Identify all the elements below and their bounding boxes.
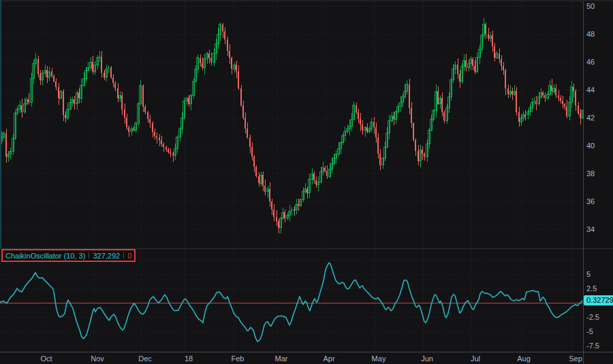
indicator-value-zero: 0 bbox=[127, 252, 131, 260]
time-axis-label: Mar bbox=[272, 354, 290, 363]
price-tick-label: 50 bbox=[586, 2, 595, 10]
oscillator-tick-label: 2.5 bbox=[586, 284, 597, 293]
time-axis-label: Oct bbox=[37, 354, 55, 363]
indicator-label-divider bbox=[123, 252, 124, 259]
price-tick-label: 46 bbox=[586, 58, 595, 66]
oscillator-tick-label: -7.5 bbox=[586, 342, 599, 350]
time-axis-label: Aug bbox=[515, 354, 533, 363]
panel-frame bbox=[0, 0, 613, 364]
panel-top-border bbox=[0, 0, 613, 1]
indicator-label[interactable]: ChaikinOscillator (10, 3) 327,292 0 bbox=[1, 249, 136, 262]
price-tick-label: 48 bbox=[586, 30, 595, 38]
time-axis-label: Feb bbox=[229, 354, 247, 363]
time-axis-label: Jun bbox=[418, 354, 436, 363]
chart-root: 504846444240383634 52.5-2.5-5-7.5 OctNov… bbox=[0, 0, 613, 364]
time-axis-label: 18 bbox=[180, 354, 198, 363]
time-axis-label: Dec bbox=[136, 354, 154, 363]
panel-left-border bbox=[0, 0, 1, 248]
indicator-name: ChaikinOscillator (10, 3) bbox=[5, 252, 85, 260]
time-axis-label: Nov bbox=[89, 354, 106, 363]
oscillator-last-value-badge: 0.32729 bbox=[584, 295, 613, 305]
candlestick-series[interactable] bbox=[1, 18, 583, 233]
oscillator-tick-label: -2.5 bbox=[586, 313, 599, 321]
price-tick-label: 42 bbox=[586, 114, 595, 122]
price-tick-label: 40 bbox=[586, 142, 595, 150]
oscillator-tick-label: -5 bbox=[586, 327, 593, 335]
price-tick-label: 38 bbox=[586, 169, 595, 178]
price-tick-label: 36 bbox=[586, 197, 595, 205]
oscillator-tick-label: 5 bbox=[586, 270, 591, 278]
indicator-value-volume: 327,292 bbox=[93, 252, 120, 260]
price-tick-label: 34 bbox=[586, 225, 595, 233]
price-tick-label: 44 bbox=[586, 86, 595, 94]
time-axis-label: Sep bbox=[567, 354, 584, 363]
time-axis-label: Jul bbox=[467, 354, 484, 363]
indicator-label-divider bbox=[89, 252, 89, 259]
time-axis-label: Apr bbox=[320, 354, 338, 363]
time-axis-label: May bbox=[370, 354, 388, 363]
price-and-oscillator-chart-canvas[interactable] bbox=[0, 0, 613, 364]
